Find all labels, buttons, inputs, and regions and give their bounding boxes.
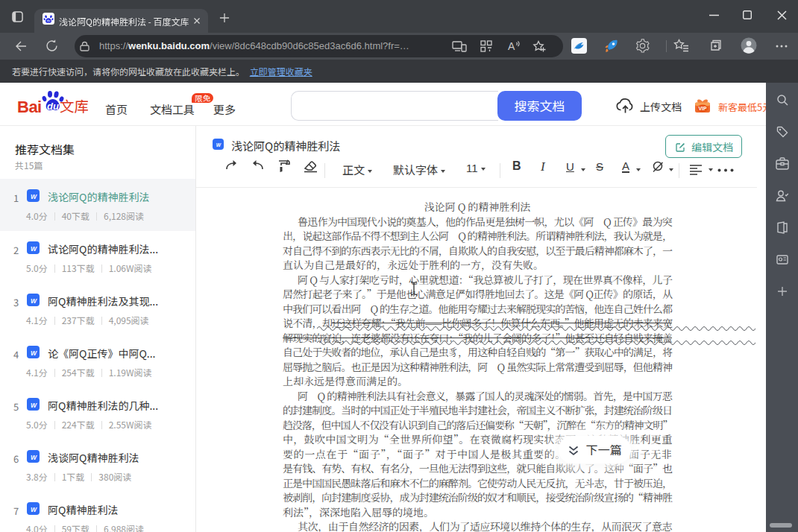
svg-text:W: W — [30, 505, 37, 513]
svg-text:VIP: VIP — [699, 106, 707, 111]
svg-text:W: W — [216, 142, 221, 147]
svg-text:W: W — [30, 349, 37, 356]
svg-text:文库: 文库 — [60, 95, 88, 116]
svg-text:W: W — [30, 453, 37, 460]
svg-text:du: du — [47, 101, 59, 112]
svg-text:W: W — [30, 244, 37, 252]
svg-text:A: A — [508, 40, 515, 52]
svg-text:Bai: Bai — [17, 98, 42, 115]
svg-text:W: W — [30, 401, 37, 408]
svg-text:W: W — [30, 192, 37, 200]
svg-text:W: W — [30, 297, 37, 304]
svg-text:du: du — [47, 18, 51, 22]
